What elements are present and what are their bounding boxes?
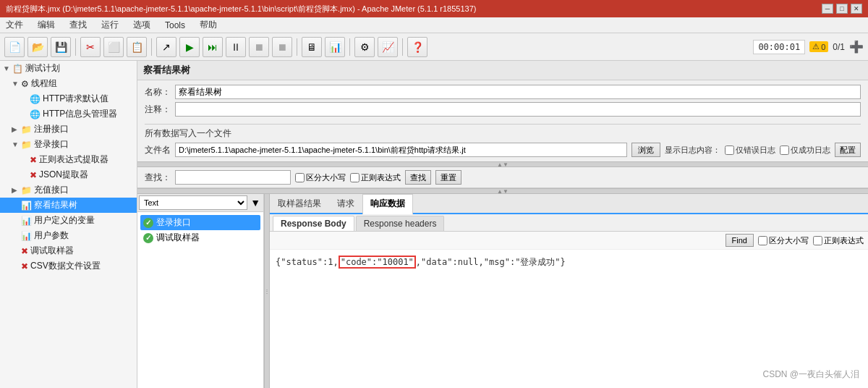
sidebar-item-regex[interactable]: ▶ ✖ 正则表达式提取器	[0, 152, 137, 167]
sidebar-item-user-params[interactable]: ▶ 📊 用户参数	[0, 228, 137, 243]
new-button[interactable]: 📄	[4, 37, 25, 57]
sidebar-label-login: 登录接口	[34, 138, 69, 151]
comment-input[interactable]	[175, 102, 861, 117]
sidebar-item-http-header[interactable]: ▶ 🌐 HTTP信息头管理器	[0, 106, 137, 122]
sidebar-label-test-plan: 测试计划	[25, 62, 60, 75]
sidebar-item-register[interactable]: ▶ 📁 注册接口	[0, 122, 137, 137]
find-regex-checkbox[interactable]	[813, 236, 822, 245]
search-input[interactable]	[175, 170, 291, 185]
reset-button[interactable]: 重置	[435, 170, 461, 185]
dropdown-arrow[interactable]: ▼	[249, 195, 262, 210]
menu-run[interactable]: 运行	[98, 18, 122, 32]
subtab-response-body[interactable]: Response Body	[273, 216, 354, 231]
open-button[interactable]: 📂	[27, 37, 48, 57]
result-item-login[interactable]: ✓ 登录接口	[140, 215, 260, 230]
sidebar-label-http-defaults: HTTP请求默认值	[43, 93, 109, 105]
collapse-bar-2[interactable]: ▲▼	[137, 188, 868, 194]
remote-button[interactable]: 🖥	[302, 37, 322, 57]
file-input[interactable]	[175, 143, 627, 157]
config-button-log[interactable]: 配置	[835, 143, 861, 157]
menu-options[interactable]: 选项	[130, 18, 153, 32]
report-button[interactable]: 📈	[378, 37, 398, 57]
stop-button[interactable]: ⏹	[249, 37, 269, 57]
error-log-checkbox[interactable]	[725, 146, 734, 155]
regex-label[interactable]: 正则表达式	[350, 172, 401, 183]
success-log-label[interactable]: 仅成功日志	[780, 145, 830, 156]
recharge-icon: 📁	[21, 185, 32, 195]
chart-button[interactable]: 📊	[325, 37, 345, 57]
menu-file[interactable]: 文件	[3, 18, 26, 32]
result-item-debug[interactable]: ✓ 调试取样器	[140, 230, 260, 245]
minimize-button[interactable]: ─	[822, 4, 833, 14]
response-toolbar: Find 区分大小写 正则表达式	[270, 232, 868, 250]
sidebar-item-results-tree[interactable]: ▶ 📊 察看结果树	[0, 198, 137, 213]
pause-button[interactable]: ⏸	[226, 37, 246, 57]
http-defaults-icon: 🌐	[30, 94, 41, 104]
collapse-bar[interactable]: ▲▼	[137, 161, 868, 167]
expand-icon: ▶	[12, 125, 19, 133]
regex-checkbox[interactable]	[350, 173, 359, 182]
success-icon-login: ✓	[143, 218, 153, 228]
paste-button[interactable]: 📋	[127, 37, 147, 57]
find-case-label[interactable]: 区分大小写	[758, 235, 809, 246]
sidebar-item-json-extractor[interactable]: ▶ ✖ JSON提取器	[0, 167, 137, 182]
result-label-login: 登录接口	[156, 216, 191, 229]
sidebar-item-csv[interactable]: ▶ ✖ CSV数据文件设置	[0, 258, 137, 274]
panel-title: 察看结果树	[143, 64, 190, 75]
watermark: CSDN @一夜白头催人泪	[762, 368, 859, 381]
sidebar: ▼ 📋 测试计划 ▼ ⚙ 线程组 ▶ 🌐 HTTP请求默认值 ▶ 🌐 HTTP信…	[0, 61, 137, 388]
case-sensitive-checkbox[interactable]	[295, 173, 305, 182]
browse-button[interactable]: 浏览	[631, 143, 660, 157]
sidebar-item-thread-group[interactable]: ▼ ⚙ 线程组	[0, 76, 137, 91]
response-content: {"status":1,"code":"10001","data":null,"…	[270, 250, 868, 388]
results-tree-panel: Text HTML JSON XML ▼ ✓ 登录接口 ✓	[137, 194, 264, 388]
tab-response-data[interactable]: 响应数据	[362, 194, 413, 214]
sidebar-item-http-defaults[interactable]: ▶ 🌐 HTTP请求默认值	[0, 91, 137, 106]
menu-help[interactable]: 帮助	[197, 18, 220, 32]
copy-button[interactable]: ⬜	[103, 37, 124, 57]
sidebar-item-user-vars[interactable]: ▶ 📊 用户定义的变量	[0, 213, 137, 228]
sidebar-item-debug-sampler[interactable]: ▶ ✖ 调试取样器	[0, 243, 137, 258]
menu-edit[interactable]: 编辑	[35, 18, 58, 32]
title-bar: 前程贷脚本.jmx (D:\jmeter5.1.1\apache-jmeter-…	[0, 0, 868, 17]
config-button[interactable]: ⚙	[354, 37, 375, 57]
stop-now-button[interactable]: ⏹	[272, 37, 292, 57]
case-sensitive-label[interactable]: 区分大小写	[295, 172, 346, 183]
timer-display: 00:00:01	[753, 40, 805, 54]
view-dropdown[interactable]: Text HTML JSON XML	[139, 195, 247, 210]
maximize-button[interactable]: □	[836, 4, 848, 14]
subtab-response-headers[interactable]: Response headers	[356, 216, 445, 231]
sidebar-item-recharge[interactable]: ▶ 📁 充值接口	[0, 182, 137, 198]
menu-search[interactable]: 查找	[67, 18, 90, 32]
sidebar-item-login[interactable]: ▼ 📁 登录接口	[0, 137, 137, 152]
sub-tabs: Response Body Response headers	[270, 214, 868, 232]
results-tree-toolbar: Text HTML JSON XML ▼	[137, 194, 263, 212]
find-button[interactable]: Find	[726, 234, 754, 247]
results-tree-icon: 📊	[21, 201, 32, 211]
toolbar-separator-1	[75, 38, 76, 56]
success-log-checkbox[interactable]	[780, 146, 789, 155]
error-log-label[interactable]: 仅错误日志	[725, 145, 775, 156]
tab-sampler-result[interactable]: 取样器结果	[270, 194, 329, 213]
expand-button[interactable]: ↗	[156, 37, 176, 57]
help-button[interactable]: ❓	[407, 37, 427, 57]
sidebar-label-recharge: 充值接口	[34, 184, 69, 196]
find-regex-label[interactable]: 正则表达式	[813, 235, 864, 246]
sidebar-item-test-plan[interactable]: ▼ 📋 测试计划	[0, 61, 137, 76]
csv-icon: ✖	[21, 261, 28, 271]
vertical-split-handle[interactable]: ⋮	[264, 194, 270, 388]
add-remote-button[interactable]: ➕	[849, 40, 864, 54]
search-label: 查找：	[145, 172, 171, 184]
toolbar-separator-3	[297, 38, 297, 56]
run-no-pause-button[interactable]: ⏭	[203, 37, 223, 57]
run-button[interactable]: ▶	[179, 37, 200, 57]
results-tree-content: ✓ 登录接口 ✓ 调试取样器	[137, 212, 263, 388]
name-input[interactable]	[175, 85, 861, 99]
menu-tools[interactable]: Tools	[162, 20, 188, 31]
cut-button[interactable]: ✂	[80, 37, 101, 57]
find-case-checkbox[interactable]	[758, 236, 767, 245]
search-button[interactable]: 查找	[405, 170, 431, 185]
tab-request[interactable]: 请求	[329, 194, 362, 213]
save-button[interactable]: 💾	[51, 37, 71, 57]
close-button[interactable]: ✕	[851, 4, 862, 14]
